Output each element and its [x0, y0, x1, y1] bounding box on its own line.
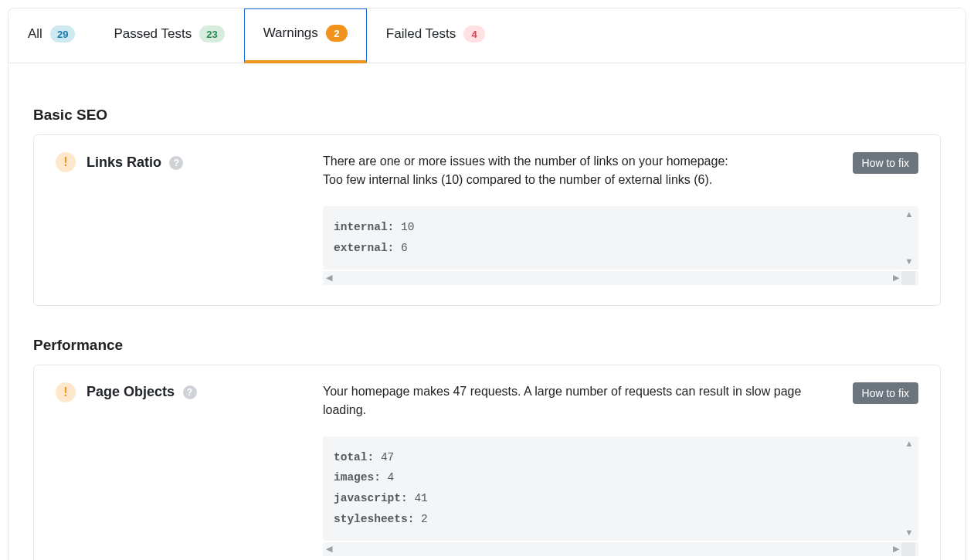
scroll-up-icon[interactable]: ▲: [904, 440, 914, 449]
tab-label: All: [28, 26, 42, 42]
horizontal-scrollbar[interactable]: ◀ ▶: [323, 542, 918, 556]
tab-passed[interactable]: Passed Tests 23: [94, 8, 243, 63]
card-page-objects: ! Page Objects ? Your homepage makes 47 …: [33, 365, 941, 560]
card-links-ratio: ! Links Ratio ? There are one or more is…: [33, 134, 941, 306]
tab-all-count: 29: [50, 25, 75, 42]
code-content[interactable]: internal: 10 external: 6: [323, 206, 918, 270]
tab-failed[interactable]: Failed Tests 4: [367, 8, 504, 63]
tab-warnings[interactable]: Warnings 2: [244, 8, 367, 63]
scroll-up-icon[interactable]: ▲: [904, 209, 914, 219]
code-block: ▲ internal: 10 external: 6 ▼ ◀ ▶: [323, 206, 918, 285]
horizontal-scrollbar[interactable]: ◀ ▶: [323, 271, 918, 285]
help-icon[interactable]: ?: [183, 385, 197, 399]
section-title-performance: Performance: [33, 337, 941, 354]
help-icon[interactable]: ?: [169, 156, 183, 170]
results-panel: All 29 Passed Tests 23 Warnings 2 Failed…: [8, 8, 966, 560]
tabs-bar: All 29 Passed Tests 23 Warnings 2 Failed…: [8, 8, 966, 63]
card-header: ! Links Ratio ?: [56, 152, 311, 172]
card-header: ! Page Objects ?: [56, 382, 311, 402]
scroll-down-icon[interactable]: ▼: [904, 257, 914, 266]
warning-icon: !: [56, 152, 76, 172]
card-title: Page Objects: [87, 384, 175, 399]
scroll-down-icon[interactable]: ▼: [904, 528, 914, 538]
tab-all[interactable]: All 29: [8, 8, 94, 63]
scrollbar-thumb[interactable]: [901, 271, 915, 285]
tab-passed-count: 23: [199, 25, 224, 42]
scroll-left-icon[interactable]: ◀: [326, 273, 332, 282]
section-title-basic-seo: Basic SEO: [33, 107, 941, 124]
scroll-right-icon[interactable]: ▶: [893, 273, 899, 282]
scroll-right-icon[interactable]: ▶: [893, 545, 899, 553]
tab-warnings-count: 2: [326, 25, 348, 42]
code-content[interactable]: total: 47 images: 4 javascript: 41 style…: [323, 436, 918, 541]
tab-label: Passed Tests: [114, 26, 192, 42]
card-description: There are one or more issues with the nu…: [323, 152, 840, 189]
card-description: Your homepage makes 47 requests. A large…: [323, 382, 840, 419]
code-block: ▲ total: 47 images: 4 javascript: 41 sty…: [323, 436, 918, 556]
scrollbar-thumb[interactable]: [901, 542, 915, 556]
tab-failed-count: 4: [463, 25, 485, 42]
warning-icon: !: [56, 382, 76, 402]
scroll-left-icon[interactable]: ◀: [326, 545, 332, 553]
desc-line: There are one or more issues with the nu…: [323, 152, 840, 171]
how-to-fix-button[interactable]: How to fix: [853, 152, 918, 174]
how-to-fix-button[interactable]: How to fix: [853, 382, 918, 404]
desc-line: Too few internal links (10) compared to …: [323, 171, 840, 189]
tab-label: Failed Tests: [386, 26, 456, 42]
tab-content: Basic SEO ! Links Ratio ? There are one …: [8, 63, 966, 560]
tab-label: Warnings: [263, 25, 318, 41]
card-title: Links Ratio: [87, 154, 161, 170]
